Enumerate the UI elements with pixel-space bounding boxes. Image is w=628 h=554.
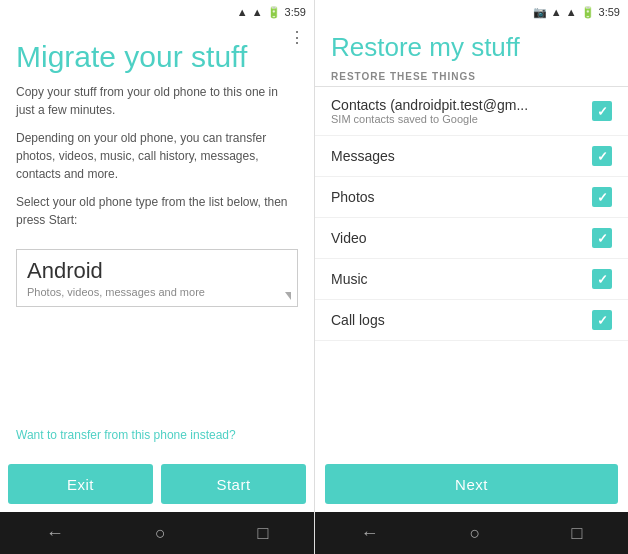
checkbox-4[interactable]: ✓	[592, 269, 612, 289]
body-text-3: Select your old phone type from the list…	[16, 193, 298, 229]
checkbox-1[interactable]: ✓	[592, 146, 612, 166]
checkmark-3: ✓	[597, 232, 608, 245]
body-text-1: Copy your stuff from your old phone to t…	[16, 83, 298, 119]
checkbox-2[interactable]: ✓	[592, 187, 612, 207]
signal-icon: ▲	[252, 6, 263, 18]
checkmark-0: ✓	[597, 105, 608, 118]
phone-type-sub: Photos, videos, messages and more	[27, 286, 287, 298]
more-icon[interactable]: ⋮	[289, 28, 306, 47]
nav-bar-right: ← ○ □	[315, 512, 628, 554]
wifi-icon: ▲	[237, 6, 248, 18]
restore-item-left-4: Music	[331, 271, 592, 287]
recent-icon[interactable]: □	[257, 523, 268, 544]
time-right: 3:59	[599, 6, 620, 18]
checkmark-2: ✓	[597, 191, 608, 204]
wifi-icon-right: ▲	[551, 6, 562, 18]
restore-item-name-0: Contacts (androidpit.test@gm...	[331, 97, 592, 113]
left-content: Migrate your stuff Copy your stuff from …	[0, 24, 314, 464]
restore-item-sub-0: SIM contacts saved to Google	[331, 113, 592, 125]
checkmark-5: ✓	[597, 314, 608, 327]
status-bar-right: 📷 ▲ ▲ 🔋 3:59	[315, 0, 628, 24]
restore-item-3[interactable]: Video ✓	[315, 218, 628, 259]
checkbox-5[interactable]: ✓	[592, 310, 612, 330]
restore-title: Restore my stuff	[315, 24, 628, 67]
right-panel: 📷 ▲ ▲ 🔋 3:59 Restore my stuff RESTORE TH…	[314, 0, 628, 554]
nav-bar-left: ← ○ □	[0, 512, 314, 554]
restore-item-name-1: Messages	[331, 148, 592, 164]
left-buttons: Exit Start	[0, 464, 314, 512]
restore-item-0[interactable]: Contacts (androidpit.test@gm... SIM cont…	[315, 87, 628, 136]
start-button[interactable]: Start	[161, 464, 306, 504]
left-panel: ▲ ▲ 🔋 3:59 ⋮ Migrate your stuff Copy you…	[0, 0, 314, 554]
status-bar-left: ▲ ▲ 🔋 3:59	[0, 0, 314, 24]
migrate-title: Migrate your stuff	[16, 40, 298, 73]
restore-item-left-0: Contacts (androidpit.test@gm... SIM cont…	[331, 97, 592, 125]
restore-items-list: Contacts (androidpit.test@gm... SIM cont…	[315, 87, 628, 456]
restore-item-left-5: Call logs	[331, 312, 592, 328]
restore-item-left-3: Video	[331, 230, 592, 246]
home-icon[interactable]: ○	[155, 523, 166, 544]
restore-item-name-5: Call logs	[331, 312, 592, 328]
restore-item-4[interactable]: Music ✓	[315, 259, 628, 300]
restore-icon: 📷	[533, 6, 547, 19]
restore-item-name-2: Photos	[331, 189, 592, 205]
restore-item-2[interactable]: Photos ✓	[315, 177, 628, 218]
next-button-container: Next	[315, 456, 628, 512]
transfer-link[interactable]: Want to transfer from this phone instead…	[16, 428, 298, 442]
restore-item-left-2: Photos	[331, 189, 592, 205]
restore-item-left-1: Messages	[331, 148, 592, 164]
back-icon-right[interactable]: ←	[361, 523, 379, 544]
checkbox-0[interactable]: ✓	[592, 101, 612, 121]
signal-icon-right: ▲	[566, 6, 577, 18]
body-text-2: Depending on your old phone, you can tra…	[16, 129, 298, 183]
back-icon[interactable]: ←	[46, 523, 64, 544]
exit-button[interactable]: Exit	[8, 464, 153, 504]
restore-item-5[interactable]: Call logs ✓	[315, 300, 628, 341]
restore-item-name-4: Music	[331, 271, 592, 287]
battery-icon-right: 🔋	[581, 6, 595, 19]
checkbox-3[interactable]: ✓	[592, 228, 612, 248]
restore-section-label: RESTORE THESE THINGS	[315, 67, 628, 87]
time-left: 3:59	[285, 6, 306, 18]
restore-item-name-3: Video	[331, 230, 592, 246]
phone-type: Android	[27, 258, 287, 284]
battery-icon: 🔋	[267, 6, 281, 19]
checkmark-1: ✓	[597, 150, 608, 163]
next-button[interactable]: Next	[325, 464, 618, 504]
recent-icon-right[interactable]: □	[572, 523, 583, 544]
home-icon-right[interactable]: ○	[470, 523, 481, 544]
phone-selector[interactable]: Android Photos, videos, messages and mor…	[16, 249, 298, 307]
restore-item-1[interactable]: Messages ✓	[315, 136, 628, 177]
checkmark-4: ✓	[597, 273, 608, 286]
dropdown-arrow-icon	[285, 292, 291, 300]
